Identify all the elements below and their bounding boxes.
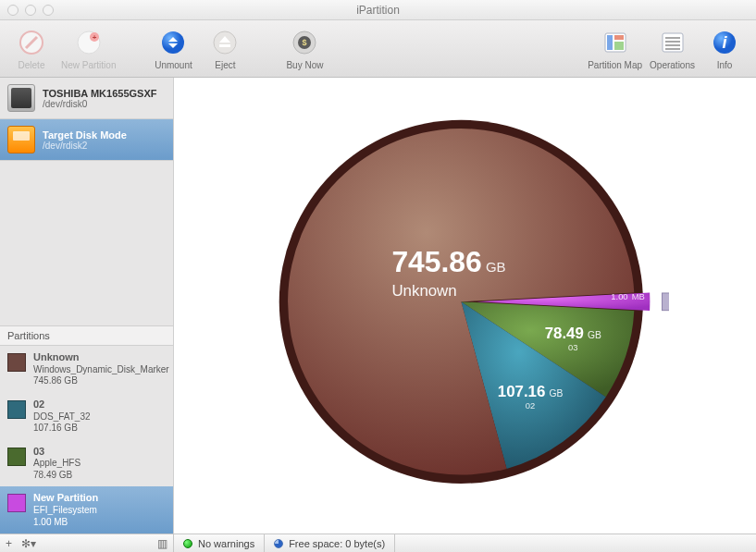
svg-text:+: + xyxy=(92,33,96,42)
svg-rect-14 xyxy=(614,42,624,50)
eject-icon xyxy=(211,29,239,56)
svg-text:Unknown: Unknown xyxy=(391,281,456,299)
window-title: iPartition xyxy=(54,4,702,17)
disks-list: TOSHIBA MK1655GSXF/dev/rdisk0Target Disk… xyxy=(0,78,173,161)
partition-text: 03Apple_HFS78.49 GB xyxy=(33,446,81,482)
disk-icon xyxy=(7,126,35,153)
gear-icon[interactable]: ✻▾ xyxy=(21,537,36,550)
minimize-icon[interactable] xyxy=(25,5,36,16)
operations-button[interactable]: Operations xyxy=(646,29,699,70)
partition-text: 02DOS_FAT_32107.16 GB xyxy=(33,399,91,435)
svg-rect-12 xyxy=(607,35,613,50)
svg-text:02: 02 xyxy=(525,401,534,411)
partition-row[interactable]: New PartitionEFI_Filesystem1.00 MB xyxy=(0,486,173,534)
toolbar: Delete + New Partition Unmount Eject $ B… xyxy=(0,20,756,78)
status-ok-icon xyxy=(183,539,192,548)
unmount-button[interactable]: Unmount xyxy=(147,29,199,70)
partition-swatch xyxy=(7,494,26,512)
partition-row[interactable]: 03Apple_HFS78.49 GB xyxy=(0,440,173,487)
main-content: 1.00 MB78.49 GB03107.16 GB02745.86 GBUnk… xyxy=(174,78,756,534)
unmount-icon xyxy=(159,29,187,56)
partitions-header: Partitions xyxy=(0,325,173,346)
free-space-icon xyxy=(274,539,283,548)
titlebar: iPartition xyxy=(0,0,756,20)
pie-handle[interactable] xyxy=(662,292,668,310)
svg-rect-7 xyxy=(219,44,230,47)
svg-text:03: 03 xyxy=(568,343,577,352)
delete-button[interactable]: Delete xyxy=(6,29,57,70)
disk-row[interactable]: TOSHIBA MK1655GSXF/dev/rdisk0 xyxy=(0,78,173,119)
operations-icon xyxy=(659,29,687,56)
svg-point-5 xyxy=(162,31,184,54)
svg-text:$: $ xyxy=(303,38,307,47)
partition-text: UnknownWindows_Dynamic_Disk_Marker745.86… xyxy=(33,351,169,387)
disk-text: Target Disk Mode/dev/rdisk2 xyxy=(43,129,127,151)
partition-row[interactable]: UnknownWindows_Dynamic_Disk_Marker745.86… xyxy=(0,346,173,393)
partition-swatch xyxy=(7,400,26,419)
delete-icon xyxy=(18,29,45,56)
info-icon: i xyxy=(711,29,738,56)
disk-row[interactable]: Target Disk Mode/dev/rdisk2 xyxy=(0,119,173,161)
svg-rect-13 xyxy=(614,35,624,40)
free-space-status[interactable]: Free space: 0 byte(s) xyxy=(265,534,395,552)
partition-map-button[interactable]: Partition Map xyxy=(584,29,646,70)
zoom-icon[interactable] xyxy=(43,5,54,16)
partition-text: New PartitionEFI_Filesystem1.00 MB xyxy=(33,492,98,528)
sidebar: TOSHIBA MK1655GSXF/dev/rdisk0Target Disk… xyxy=(0,78,174,534)
buy-now-button[interactable]: $ Buy Now xyxy=(279,29,330,70)
eject-button[interactable]: Eject xyxy=(199,29,251,70)
statusbar: + ✻▾ ▥ No warnings Free space: 0 byte(s) xyxy=(0,534,756,552)
warnings-status[interactable]: No warnings xyxy=(174,534,265,552)
info-button[interactable]: i Info xyxy=(699,29,750,70)
partition-row[interactable]: 02DOS_FAT_32107.16 GB xyxy=(0,393,173,440)
disk-icon xyxy=(7,84,35,112)
traffic-lights xyxy=(7,5,54,16)
partition-swatch xyxy=(7,448,26,466)
add-button[interactable]: + xyxy=(6,537,12,550)
close-icon[interactable] xyxy=(7,5,19,16)
buy-now-icon: $ xyxy=(291,29,318,56)
partitions-list: UnknownWindows_Dynamic_Disk_Marker745.86… xyxy=(0,346,173,534)
sidebar-toggle-icon[interactable]: ▥ xyxy=(157,537,167,550)
new-partition-icon: + xyxy=(75,29,103,56)
disk-text: TOSHIBA MK1655GSXF/dev/rdisk0 xyxy=(43,88,156,109)
partition-swatch xyxy=(7,353,26,372)
partition-pie-chart: 1.00 MB78.49 GB03107.16 GB02745.86 GBUnk… xyxy=(262,103,669,509)
new-partition-button[interactable]: + New Partition xyxy=(57,29,119,70)
partition-map-icon xyxy=(601,29,629,56)
